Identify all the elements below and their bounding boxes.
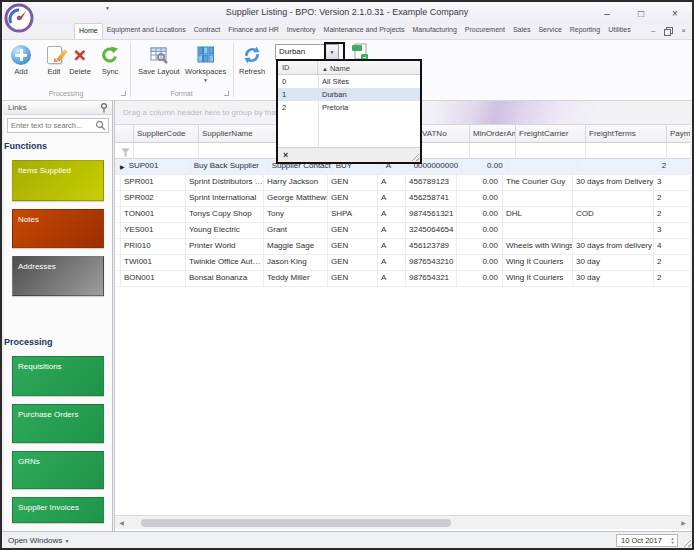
pin-icon[interactable] [100, 103, 108, 113]
tile-notes[interactable]: Notes [12, 209, 104, 248]
maximize-button[interactable]: □ [632, 8, 650, 19]
scroll-right-icon[interactable]: ▶ [677, 519, 690, 526]
tab-reporting[interactable]: Reporting [566, 23, 604, 39]
table-row[interactable]: TON001Tonys Copy ShopTonySHPAA9874561321… [115, 207, 690, 223]
site-dropdown-panel: ID ▲ Name 0All Sites1Durban2Pretoria × [276, 59, 422, 164]
cell: TON001 [121, 207, 186, 223]
dropdown-column-id[interactable]: ID [278, 61, 318, 74]
column-header-vatno[interactable]: VATNo [419, 125, 470, 143]
tile-requisitions[interactable]: Requisitions [12, 356, 104, 396]
dropdown-close-icon[interactable]: × [283, 150, 288, 160]
cell: The Courier Guy [503, 175, 573, 191]
table-row[interactable]: YES001Young ElectricGrantGENA32450646540… [115, 223, 690, 239]
horizontal-scrollbar[interactable]: ◀ ▶ [115, 515, 690, 529]
mdi-minimize-button[interactable]: – [651, 27, 655, 35]
cell: GEN [328, 191, 378, 207]
site-option-all-sites[interactable]: 0All Sites [278, 75, 420, 88]
dropdown-column-name[interactable]: ▲ Name [318, 61, 420, 74]
filter-cell-suppliername[interactable] [199, 143, 277, 159]
tab-finance-and-hr[interactable]: Finance and HR [224, 23, 283, 39]
date-spinner[interactable]: ▲ ▼ [668, 537, 677, 545]
column-header-suppliername[interactable]: SupplierName [199, 125, 277, 143]
tile-purchase-orders[interactable]: Purchase Orders [12, 404, 104, 443]
combo-dropdown-button[interactable]: ▼ [325, 45, 338, 59]
cell: 0.00 [457, 255, 503, 271]
tile-label: Addresses [13, 257, 103, 271]
column-header-minorderamt[interactable]: MinOrderAmt [470, 125, 516, 143]
cell: Teddy Miller [264, 271, 328, 287]
cell: Young Electric [186, 223, 264, 239]
tab-procurement[interactable]: Procurement [461, 23, 509, 39]
save-layout-button[interactable]: Save Layout [135, 42, 183, 78]
app-logo-icon[interactable] [4, 3, 34, 33]
close-button[interactable]: × [666, 8, 684, 19]
mdi-restore-button[interactable] [664, 27, 672, 35]
cell: A [378, 239, 406, 255]
refresh-button[interactable]: Refresh [236, 42, 268, 78]
column-header-freightcarrier[interactable]: FreightCarrier [516, 125, 586, 143]
tab-sales[interactable]: Sales [509, 23, 535, 39]
save-layout-label: Save Layout [138, 67, 180, 76]
table-row[interactable]: SPR001Sprint Distributors LocalHarry Jac… [115, 175, 690, 191]
dialog-launcher-icon[interactable] [121, 91, 126, 96]
minimize-button[interactable]: – [598, 8, 616, 19]
column-header-suppliercode[interactable]: SupplierCode [134, 125, 199, 143]
supplier-grid: Drag a column header here to group by th… [114, 101, 690, 531]
tab-utilities[interactable]: Utilities [604, 23, 635, 39]
search-input[interactable] [8, 121, 95, 130]
tab-inventory[interactable]: Inventory [283, 23, 320, 39]
cell: A [378, 207, 406, 223]
column-header-paymen[interactable]: Paymen [667, 125, 690, 143]
table-row[interactable]: TWI001Twinkle Office AutomationJason Kin… [115, 255, 690, 271]
table-row[interactable]: PRI010Printer WorldMaggie SageGENA456123… [115, 239, 690, 255]
search-icon[interactable] [95, 120, 106, 131]
mdi-close-button[interactable]: × [681, 27, 686, 35]
links-panel-header[interactable]: Links [4, 101, 112, 115]
table-row[interactable]: BON001Bonsai BonanzaTeddy MillerGENA9876… [115, 271, 690, 287]
filter-cell-suppliercode[interactable] [134, 143, 199, 159]
open-windows-button[interactable]: Open Windows ▼ [8, 536, 69, 545]
resize-grip-icon[interactable] [411, 153, 419, 161]
delete-button[interactable]: × Delete [66, 42, 94, 78]
filter-cell-paymen[interactable] [667, 143, 690, 159]
filter-cell-minorderamt[interactable] [470, 143, 516, 159]
tab-equipment-and-locations[interactable]: Equipment and Locations [103, 23, 190, 39]
tab-contract[interactable]: Contract [190, 23, 224, 39]
window-resize-grip-icon[interactable] [683, 539, 691, 547]
tab-service[interactable]: Service [534, 23, 565, 39]
spin-down-icon[interactable]: ▼ [671, 541, 675, 545]
edit-button[interactable]: Edit [40, 42, 68, 78]
cell: A [378, 175, 406, 191]
tile-addresses[interactable]: Addresses [12, 256, 104, 296]
scrollbar-thumb[interactable] [141, 519, 451, 527]
column-header-freightterms[interactable]: FreightTerms [586, 125, 667, 143]
tile-grns[interactable]: GRNs [12, 451, 104, 489]
cell: 30 day [573, 255, 654, 271]
sync-button[interactable]: Sync [96, 42, 124, 78]
cell: Printer World [186, 239, 264, 255]
add-button[interactable]: Add [7, 42, 35, 78]
filter-cell-vatno[interactable] [419, 143, 470, 159]
filter-funnel-icon[interactable] [121, 148, 130, 157]
workspaces-dropdown-icon: ▼ [203, 77, 208, 83]
cell: Harry Jackson [264, 175, 328, 191]
scroll-left-icon[interactable]: ◀ [115, 519, 128, 526]
workspaces-button[interactable]: Workspaces ▼ [182, 42, 229, 85]
tile-items-supplied[interactable]: Items Supplied [12, 160, 104, 201]
cell [578, 159, 659, 175]
tab-manufacturing[interactable]: Manufacturing [408, 23, 460, 39]
cell: GEN [328, 239, 378, 255]
site-combo[interactable]: Durban ▼ [275, 44, 339, 60]
dialog-launcher-icon[interactable] [224, 91, 229, 96]
dropdown-options: 0All Sites1Durban2Pretoria [278, 75, 420, 114]
tile-supplier-invoices[interactable]: Supplier Invoices [12, 497, 104, 523]
tab-home[interactable]: Home [74, 23, 103, 39]
filter-cell-freightcarrier[interactable] [516, 143, 586, 159]
site-option-durban[interactable]: 1Durban [278, 88, 420, 101]
tab-maintenance-and-projects[interactable]: Maintenance and Projects [320, 23, 409, 39]
filter-cell-freightterms[interactable] [586, 143, 667, 159]
table-row[interactable]: SPR002Sprint InternationalGeorge Matthew… [115, 191, 690, 207]
date-field[interactable]: 10 Oct 2017 ▲ ▼ [616, 534, 678, 547]
tile-label: GRNs [13, 452, 103, 466]
site-option-pretoria[interactable]: 2Pretoria [278, 101, 420, 114]
